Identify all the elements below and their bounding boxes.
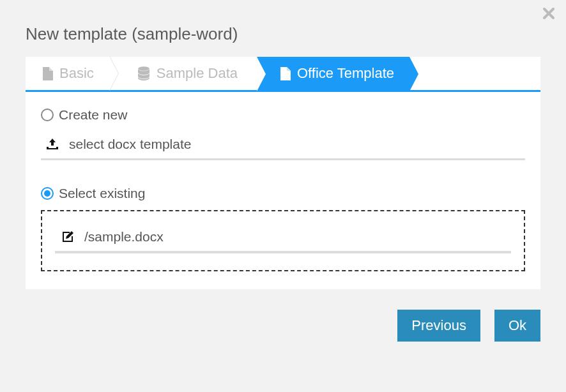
close-icon[interactable] (543, 8, 555, 19)
dialog-title: New template (sample-word) (26, 24, 540, 44)
upload-icon (43, 138, 61, 151)
wizard-panel: Basic Sample Data (26, 57, 540, 289)
radio-select-existing-label: Select existing (59, 186, 145, 201)
upload-placeholder: select docx template (69, 137, 523, 152)
step-sample-data[interactable]: Sample Data (121, 57, 252, 90)
ok-button[interactable]: Ok (494, 310, 540, 342)
radio-select-existing[interactable] (41, 187, 54, 200)
previous-button[interactable]: Previous (397, 310, 480, 342)
radio-create-new-label: Create new (59, 107, 127, 123)
selected-file-box: /sample.docx (41, 210, 525, 271)
step-separator-icon (108, 57, 121, 90)
edit-icon (57, 230, 78, 243)
database-icon (137, 66, 150, 80)
option-select-existing[interactable]: Select existing (41, 186, 525, 201)
radio-create-new[interactable] (41, 109, 54, 121)
step-office-template-label: Office Template (297, 65, 394, 82)
selected-file-field[interactable]: /sample.docx (55, 225, 511, 253)
file-icon (42, 67, 53, 80)
file-icon (280, 67, 291, 80)
option-create-new[interactable]: Create new (41, 107, 525, 123)
step-sample-data-label: Sample Data (157, 65, 238, 82)
step-basic-label: Basic (59, 65, 94, 82)
wizard-content: Create new select docx template Select e… (26, 92, 540, 289)
upload-field[interactable]: select docx template (41, 132, 525, 160)
selected-file-value: /sample.docx (84, 229, 164, 245)
dialog-footer: Previous Ok (26, 310, 540, 342)
step-basic[interactable]: Basic (26, 57, 108, 90)
wizard-steps: Basic Sample Data (26, 57, 540, 92)
step-office-template[interactable]: Office Template (257, 57, 409, 90)
